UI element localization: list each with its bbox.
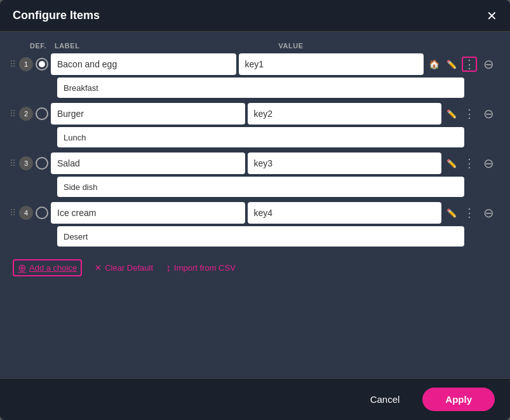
value-input[interactable] bbox=[248, 202, 442, 224]
label-input[interactable] bbox=[51, 152, 245, 174]
col-label-header: LABEL bbox=[55, 42, 274, 50]
label-input[interactable] bbox=[51, 202, 245, 224]
import-csv-icon: ↕ bbox=[166, 262, 171, 274]
add-choice-button[interactable]: ⊕ Add a choice bbox=[18, 262, 77, 274]
description-input[interactable] bbox=[57, 226, 464, 247]
more-options-icon-button[interactable]: ⋮ bbox=[462, 156, 477, 171]
remove-item-button[interactable]: ⊖ bbox=[480, 154, 497, 172]
description-input[interactable] bbox=[57, 127, 464, 147]
items-container: ⠿1🏠✏️⋮⊖⠿2✏️⋮⊖⠿3✏️⋮⊖⠿4✏️⋮⊖ bbox=[6, 53, 497, 247]
dialog-footer: Cancel Apply bbox=[0, 378, 510, 420]
add-choice-wrapper: ⊕ Add a choice bbox=[13, 259, 82, 276]
description-input[interactable] bbox=[57, 78, 464, 98]
edit-icon-button[interactable]: ✏️ bbox=[444, 156, 459, 171]
dialog-header: Configure Items ✕ bbox=[0, 0, 510, 32]
row-actions: 🏠✏️⋮ bbox=[426, 57, 477, 72]
row-actions: ✏️⋮ bbox=[444, 106, 477, 121]
row-number: 4 bbox=[19, 206, 33, 220]
table-row: ⠿4✏️⋮⊖ bbox=[6, 202, 497, 224]
actions-bar: ⊕ Add a choice ✕ Clear Default ↕ Import … bbox=[6, 252, 497, 284]
more-options-icon-button[interactable]: ⋮ bbox=[462, 205, 477, 220]
edit-icon-button[interactable]: ✏️ bbox=[444, 57, 459, 72]
add-choice-label: Add a choice bbox=[29, 263, 77, 273]
item-row-wrap: ⠿3✏️⋮⊖ bbox=[6, 152, 497, 197]
dialog-title: Configure Items bbox=[13, 9, 100, 22]
table-row: ⠿1🏠✏️⋮⊖ bbox=[6, 53, 497, 75]
dialog-body: DEF. LABEL VALUE ⠿1🏠✏️⋮⊖⠿2✏️⋮⊖⠿3✏️⋮⊖⠿4✏️… bbox=[0, 32, 510, 378]
row-actions: ✏️⋮ bbox=[444, 205, 477, 220]
default-radio[interactable] bbox=[36, 107, 48, 120]
more-options-icon-button[interactable]: ⋮ bbox=[462, 106, 477, 121]
drag-handle-icon[interactable]: ⠿ bbox=[6, 59, 17, 69]
add-choice-icon: ⊕ bbox=[18, 262, 26, 274]
more-options-icon-button[interactable]: ⋮ bbox=[462, 57, 477, 72]
row-number: 1 bbox=[19, 57, 33, 71]
label-input[interactable] bbox=[51, 53, 236, 75]
import-csv-button[interactable]: ↕ Import from CSV bbox=[166, 262, 236, 274]
row-number: 2 bbox=[19, 107, 33, 121]
value-input[interactable] bbox=[248, 152, 442, 174]
col-def-header: DEF. bbox=[27, 42, 50, 50]
drag-handle-icon[interactable]: ⠿ bbox=[6, 208, 17, 218]
remove-item-button[interactable]: ⊖ bbox=[480, 204, 497, 222]
row-actions: ✏️⋮ bbox=[444, 156, 477, 171]
default-radio[interactable] bbox=[36, 207, 48, 219]
item-row-wrap: ⠿4✏️⋮⊖ bbox=[6, 202, 497, 247]
default-radio[interactable] bbox=[36, 157, 48, 170]
label-input[interactable] bbox=[51, 103, 245, 125]
drag-handle-icon[interactable]: ⠿ bbox=[6, 109, 17, 119]
description-row bbox=[6, 177, 497, 197]
drag-handle-icon[interactable]: ⠿ bbox=[6, 158, 17, 168]
clear-default-label: Clear Default bbox=[105, 263, 153, 273]
edit-icon-button[interactable]: ✏️ bbox=[444, 106, 459, 121]
clear-default-button[interactable]: ✕ Clear Default bbox=[95, 263, 153, 273]
description-row bbox=[6, 127, 497, 147]
value-input[interactable] bbox=[248, 103, 442, 125]
item-row-wrap: ⠿2✏️⋮⊖ bbox=[6, 103, 497, 147]
clear-default-icon: ✕ bbox=[95, 263, 102, 273]
value-input[interactable] bbox=[239, 53, 424, 75]
close-button[interactable]: ✕ bbox=[487, 10, 497, 22]
description-input[interactable] bbox=[57, 177, 464, 197]
configure-items-dialog: Configure Items ✕ DEF. LABEL VALUE ⠿1🏠✏️… bbox=[0, 0, 510, 420]
col-value-header: VALUE bbox=[279, 42, 498, 50]
apply-button[interactable]: Apply bbox=[422, 388, 495, 411]
table-row: ⠿2✏️⋮⊖ bbox=[6, 103, 497, 125]
description-row bbox=[6, 78, 497, 98]
remove-item-button[interactable]: ⊖ bbox=[480, 105, 497, 123]
description-row bbox=[6, 226, 497, 247]
item-row-wrap: ⠿1🏠✏️⋮⊖ bbox=[6, 53, 497, 98]
default-radio[interactable] bbox=[36, 58, 48, 71]
remove-item-button[interactable]: ⊖ bbox=[480, 55, 497, 73]
table-row: ⠿3✏️⋮⊖ bbox=[6, 152, 497, 174]
home-icon-button[interactable]: 🏠 bbox=[426, 57, 441, 72]
cancel-button[interactable]: Cancel bbox=[358, 388, 413, 411]
row-number: 3 bbox=[19, 156, 33, 170]
import-csv-label: Import from CSV bbox=[174, 263, 236, 273]
edit-icon-button[interactable]: ✏️ bbox=[444, 205, 459, 220]
column-headers: DEF. LABEL VALUE bbox=[6, 38, 497, 53]
